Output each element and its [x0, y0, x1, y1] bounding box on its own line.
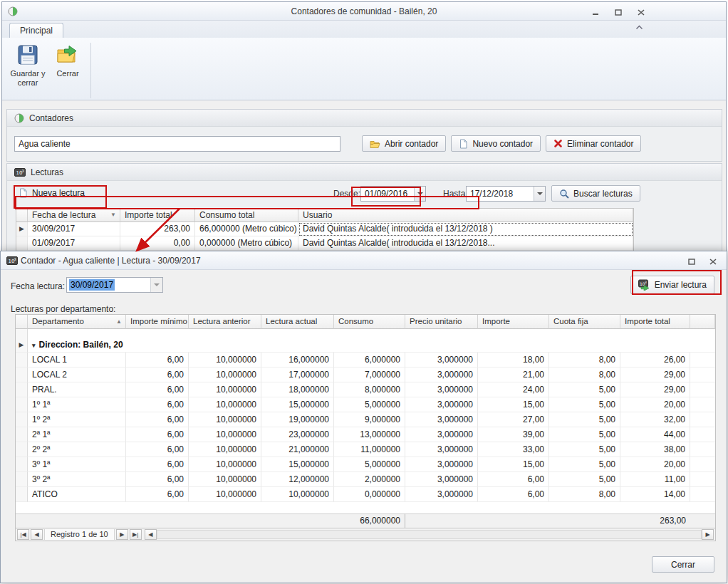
- cell[interactable]: 5,00: [549, 472, 620, 487]
- scroll-right-button[interactable]: ▶: [702, 529, 714, 540]
- cell[interactable]: 3,000000: [405, 472, 478, 487]
- column-header-importe-minimo[interactable]: Importe mínimo: [126, 315, 189, 329]
- cell[interactable]: 0,000000: [334, 487, 405, 502]
- cell[interactable]: 23,000000: [261, 427, 334, 442]
- cell[interactable]: 33,00: [478, 442, 549, 457]
- scrollbar-track[interactable]: [157, 530, 702, 539]
- save-close-button[interactable]: Guardar y cerrar: [8, 41, 48, 88]
- cell[interactable]: 24,00: [478, 382, 549, 397]
- cell[interactable]: 21,00: [478, 367, 549, 382]
- cell-usuario[interactable]: David Quintas Alcalde( introducida el 13…: [298, 236, 633, 251]
- cell[interactable]: 3,000000: [405, 353, 478, 367]
- cell[interactable]: 9,000000: [334, 412, 405, 427]
- scroll-left-button[interactable]: ◀: [145, 529, 157, 540]
- minimize-button[interactable]: [591, 8, 600, 16]
- column-header-cuota-fija[interactable]: Cuota fija: [549, 315, 620, 329]
- cell[interactable]: 6,00: [126, 442, 189, 457]
- departamento-row[interactable]: 3º 2ª6,0010,00000012,0000002,0000003,000…: [16, 472, 715, 487]
- cell[interactable]: 10,000000: [189, 457, 261, 472]
- cell[interactable]: 13,000000: [334, 427, 405, 442]
- cell-fecha[interactable]: 30/09/2017: [28, 222, 120, 236]
- chevron-down-icon[interactable]: [414, 187, 425, 201]
- cell[interactable]: 5,00: [549, 412, 620, 427]
- cell[interactable]: 16,000000: [261, 353, 334, 367]
- cell[interactable]: 3,000000: [405, 397, 478, 412]
- cell[interactable]: 26,00: [620, 353, 690, 367]
- abrir-contador-button[interactable]: Abrir contador: [362, 135, 446, 152]
- cell[interactable]: 11,000000: [334, 442, 405, 457]
- cell[interactable]: 3,000000: [405, 427, 478, 442]
- departamento-row[interactable]: 1º 1ª6,0010,00000015,0000005,0000003,000…: [16, 397, 715, 412]
- cell[interactable]: 5,00: [549, 382, 620, 397]
- cell[interactable]: 10,000000: [189, 412, 261, 427]
- cell[interactable]: 20,00: [620, 397, 690, 412]
- departamento-row[interactable]: PRAL.6,0010,00000018,0000008,0000003,000…: [16, 382, 715, 397]
- cell[interactable]: 12,000000: [261, 472, 334, 487]
- cell[interactable]: LOCAL 2: [28, 367, 126, 382]
- cell[interactable]: 7,000000: [334, 367, 405, 382]
- cell[interactable]: 29,00: [620, 367, 690, 382]
- cell-fecha[interactable]: 01/09/2017: [28, 236, 120, 251]
- cell[interactable]: 14,00: [620, 487, 690, 502]
- cell[interactable]: 3,000000: [405, 367, 478, 382]
- cell[interactable]: 6,000000: [334, 353, 405, 367]
- departamento-row[interactable]: 2º 2ª6,0010,00000021,00000011,0000003,00…: [16, 442, 715, 457]
- departamento-row[interactable]: LOCAL 26,0010,00000017,0000007,0000003,0…: [16, 367, 715, 382]
- nav-next-button[interactable]: ▶: [116, 529, 128, 540]
- cell[interactable]: 6,00: [126, 367, 189, 382]
- cell[interactable]: 6,00: [126, 397, 189, 412]
- cell[interactable]: 3º 2ª: [28, 472, 126, 487]
- column-header-consumo[interactable]: Consumo: [334, 315, 405, 329]
- cell[interactable]: 8,00: [549, 487, 620, 502]
- cell[interactable]: 1º 2ª: [28, 412, 126, 427]
- enviar-lectura-button[interactable]: 103 Enviar lectura: [630, 276, 714, 294]
- cell[interactable]: 8,000000: [334, 382, 405, 397]
- cell[interactable]: 6,00: [478, 472, 549, 487]
- cell[interactable]: 32,00: [620, 412, 690, 427]
- cell[interactable]: 10,000000: [189, 397, 261, 412]
- cell[interactable]: 29,00: [620, 382, 690, 397]
- departamento-row[interactable]: 2ª 1ª6,0010,00000023,00000013,0000003,00…: [16, 427, 715, 442]
- cell[interactable]: 11,00: [620, 472, 690, 487]
- cell[interactable]: 17,000000: [261, 367, 334, 382]
- cell[interactable]: 8,00: [549, 367, 620, 382]
- cell[interactable]: 6,00: [478, 487, 549, 502]
- departamento-row[interactable]: ATICO6,0010,00000010,0000000,0000003,000…: [16, 487, 715, 502]
- column-header-importe[interactable]: Importe total: [120, 209, 195, 222]
- cell[interactable]: 2º 2ª: [28, 442, 126, 457]
- cell[interactable]: 10,000000: [189, 487, 261, 502]
- cell[interactable]: 10,000000: [189, 367, 261, 382]
- cell[interactable]: 10,000000: [189, 382, 261, 397]
- cell[interactable]: 18,00: [478, 353, 549, 367]
- cell[interactable]: PRAL.: [28, 382, 126, 397]
- ribbon-collapse-icon[interactable]: [635, 25, 643, 30]
- column-header-fecha[interactable]: Fecha de lectura▼: [28, 209, 120, 222]
- close-button[interactable]: [708, 257, 718, 266]
- nuevo-contador-button[interactable]: Nuevo contador: [451, 135, 541, 152]
- nueva-lectura-button[interactable]: Nueva lectura: [14, 187, 89, 199]
- close-button[interactable]: [636, 8, 646, 16]
- cell[interactable]: 6,00: [126, 382, 189, 397]
- maximize-button[interactable]: [613, 8, 623, 16]
- column-header-consumo[interactable]: Consumo total: [195, 209, 298, 222]
- cell-importe-total[interactable]: 0,00: [120, 236, 195, 251]
- column-header-lectura-anterior[interactable]: Lectura anterior: [189, 315, 261, 329]
- cell-consumo-total[interactable]: 66,000000 (Metro cúbico): [195, 222, 298, 236]
- buscar-lecturas-button[interactable]: Buscar lecturas: [551, 185, 640, 202]
- cell[interactable]: 3,000000: [405, 382, 478, 397]
- cell[interactable]: 38,00: [620, 442, 690, 457]
- cerrar-button[interactable]: Cerrar: [652, 556, 714, 573]
- cell[interactable]: 18,000000: [261, 382, 334, 397]
- contador-input[interactable]: [14, 136, 340, 152]
- departamento-row[interactable]: 1º 2ª6,0010,00000019,0000009,0000003,000…: [16, 412, 715, 427]
- cell-consumo-total[interactable]: 0,000000 (Metro cúbico): [195, 236, 298, 251]
- tab-principal[interactable]: Principal: [9, 23, 63, 38]
- fecha-lectura-picker[interactable]: 30/09/2017: [66, 277, 163, 293]
- cell[interactable]: 10,000000: [189, 427, 261, 442]
- chevron-down-icon[interactable]: [150, 278, 162, 292]
- cell[interactable]: 15,000000: [261, 457, 334, 472]
- cell[interactable]: 21,000000: [261, 442, 334, 457]
- chevron-down-icon[interactable]: [534, 187, 545, 201]
- cell[interactable]: 5,00: [549, 397, 620, 412]
- cell[interactable]: 1º 1ª: [28, 397, 126, 412]
